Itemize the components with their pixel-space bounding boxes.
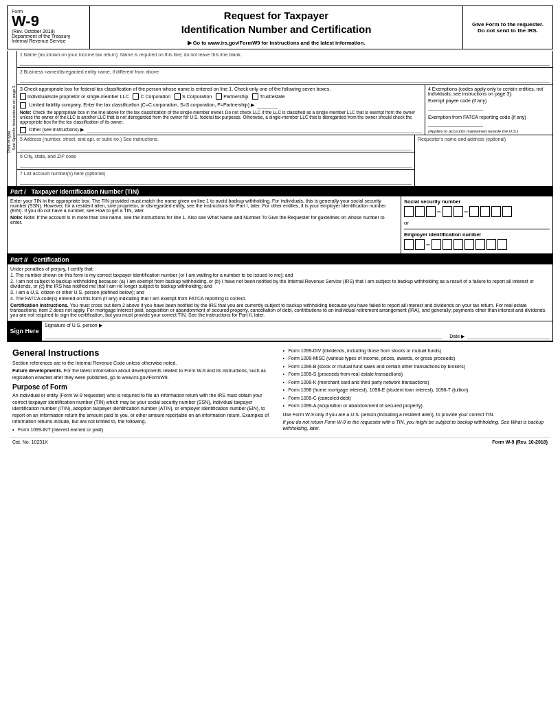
under-penalties: Under penalties of perjury, I certify th… [10, 266, 550, 271]
gi-right-bullet: Form 1099-MISC (various types of income,… [283, 355, 548, 361]
part2-body: Under penalties of perjury, I certify th… [8, 264, 552, 321]
ein-label: Employer identification number [404, 229, 550, 238]
line5-label: 5 Address (number, street, and apt. or s… [20, 137, 412, 141]
line1-row: 1 Name (as shown on your income tax retu… [17, 51, 552, 68]
cb-s-corp-box[interactable] [175, 93, 181, 100]
sign-content: Signature of U.S. person ▶ Date ▶ [42, 321, 552, 341]
row567-left: 5 Address (number, street, and apt. or s… [17, 135, 415, 186]
ein-cell-9[interactable] [497, 239, 507, 250]
line7-label: 7 List account number(s) here (optional) [20, 171, 412, 176]
cert-instructions-text: You must cross out item 2 above if you h… [10, 303, 546, 317]
form-footer-label: Form W-9 (Rev. 10-2018) [492, 440, 548, 444]
cb-partnership-box[interactable] [216, 93, 222, 100]
line7-input[interactable] [20, 177, 412, 185]
cert-item4: 4. The FATCA code(s) entered on this for… [10, 296, 550, 301]
part1-title: Taxpayer Identification Number (TIN) [32, 188, 139, 195]
ein-dash: – [426, 241, 430, 249]
line5-input[interactable] [20, 142, 412, 150]
part2-header: Part II Certification [8, 255, 552, 264]
ein-cell-6[interactable] [464, 239, 474, 250]
ssn-cell-2[interactable] [415, 206, 425, 217]
ein-cell-5[interactable] [453, 239, 463, 250]
ssn-cell-7[interactable] [480, 206, 490, 217]
ein-cell-4[interactable] [443, 239, 452, 250]
ein-cell-7[interactable] [475, 239, 485, 250]
gi-right-bullets: Form 1099-DIV (dividends, including thos… [283, 348, 548, 409]
gi-future-dev: Future developments. For the latest info… [12, 367, 278, 380]
ssn-cell-5[interactable] [453, 206, 463, 217]
part2-title: Certification [33, 256, 69, 263]
part1-body: Enter your TIN in the appropriate box. T… [8, 196, 552, 254]
general-instructions-columns: General Instructions Section references … [10, 345, 550, 434]
other-label: Other (see instructions) ▶ [29, 127, 84, 133]
line1-input[interactable] [20, 58, 550, 66]
exempt-payee-label: Exempt payee code (if any) [428, 98, 550, 103]
cb-partnership[interactable]: Partnership [216, 93, 248, 100]
cb-c-corp[interactable]: C Corporation [133, 93, 170, 100]
cb-c-corp-label: C Corporation [140, 94, 170, 99]
gi-section-refs: Section references are to the Internal R… [12, 360, 278, 366]
cb-individual-box[interactable] [20, 93, 26, 100]
gi-right-bullet: Form 1098 (home mortgage interest), 1098… [283, 387, 548, 393]
part2-section: Part II Certification Under penalties of… [7, 255, 553, 342]
exempt-payee-input[interactable] [428, 104, 483, 111]
footer-row: Cat. No. 10231X Form W-9 (Rev. 10-2018) [10, 437, 550, 446]
part2-number: Part II [10, 256, 27, 263]
cb-partnership-label: Partnership [223, 94, 248, 99]
cb-other-box[interactable] [20, 127, 26, 133]
cb-trust-box[interactable] [252, 93, 258, 100]
ssn-dash-2: – [464, 208, 469, 216]
other-input[interactable] [87, 126, 422, 133]
gi-right-bullet: Form 1099-A (acquisition or abandonment … [283, 402, 548, 409]
part1-tin-block: Social security number – – or Employer i… [401, 196, 552, 253]
llc-row: Limited liability company. Enter the tax… [20, 102, 422, 109]
ssn-cell-1[interactable] [404, 206, 414, 217]
ein-cell-1[interactable] [404, 239, 414, 250]
cb-llc-box[interactable] [20, 102, 26, 109]
requester-input[interactable] [418, 142, 550, 177]
gi-title: General Instructions [12, 348, 278, 358]
note-text: Check the appropriate box in the line ab… [20, 110, 415, 124]
cert-instructions: Certification instructions. You must cro… [10, 303, 550, 317]
gi-left-col: General Instructions Section references … [12, 348, 278, 434]
rev-date: (Rev. October 2018) [12, 29, 85, 34]
llc-classification-input[interactable] [257, 102, 278, 109]
ssn-label: Social security number [404, 198, 550, 205]
date-field[interactable] [467, 330, 550, 339]
part1-note: Note: Note: If the account is in more th… [10, 215, 398, 225]
fatca-label: Exemption from FATCA reporting code (if … [428, 115, 550, 120]
ssn-cell-3[interactable] [426, 206, 436, 217]
gi-bullet1: Form 1099-INT (interest earned or paid) [12, 426, 278, 433]
line6-input[interactable] [20, 159, 412, 168]
line2-row: 2 Business name/disregarded entity name,… [17, 68, 552, 85]
ein-cell-8[interactable] [486, 239, 496, 250]
ein-cell-3[interactable] [432, 239, 441, 250]
requester-label: Requester's name and address (optional) [418, 137, 550, 141]
go-to-text: ▶ Go to www.irs.gov/FormW9 for instructi… [97, 40, 456, 46]
cb-s-corp[interactable]: S Corporation [175, 93, 212, 100]
cb-c-corp-box[interactable] [133, 93, 139, 100]
requester-row: Requester's name and address (optional) [415, 135, 552, 186]
part1-section: Part I Taxpayer Identification Number (T… [7, 187, 553, 255]
gi-right-bullet: Form 1099-B (stock or mutual fund sales … [283, 363, 548, 369]
or-label: or [404, 220, 550, 226]
ssn-cell-9[interactable] [502, 206, 512, 217]
gi-use-w9: Use Form W-9 only if you are a U.S. pers… [283, 411, 548, 418]
form-id-block: Form W-9 (Rev. October 2018) Department … [8, 6, 90, 49]
ssn-cell-6[interactable] [469, 206, 479, 217]
general-instructions-section: General Instructions Section references … [7, 342, 553, 446]
cb-trust[interactable]: Trust/estate [252, 93, 285, 100]
fatca-input[interactable] [428, 120, 483, 127]
ssn-cell-8[interactable] [491, 206, 501, 217]
row3-4-container: 3 Check appropriate box for federal tax … [17, 85, 552, 135]
cb-individual[interactable]: Individual/sole proprietor or single-mem… [20, 93, 128, 100]
gi-right-bullet: Form 1099-S (proceeds from real estate t… [283, 371, 548, 377]
signature-field[interactable] [45, 330, 443, 339]
line3-label: 3 Check appropriate box for federal tax … [20, 87, 422, 91]
line2-input[interactable] [20, 75, 550, 83]
ssn-cell-4[interactable] [443, 206, 452, 217]
ein-cell-2[interactable] [415, 239, 425, 250]
w9-form: Form W-9 (Rev. October 2018) Department … [0, 0, 560, 452]
other-row: Other (see instructions) ▶ [20, 126, 422, 133]
part1-text-block: Enter your TIN in the appropriate box. T… [8, 196, 401, 253]
